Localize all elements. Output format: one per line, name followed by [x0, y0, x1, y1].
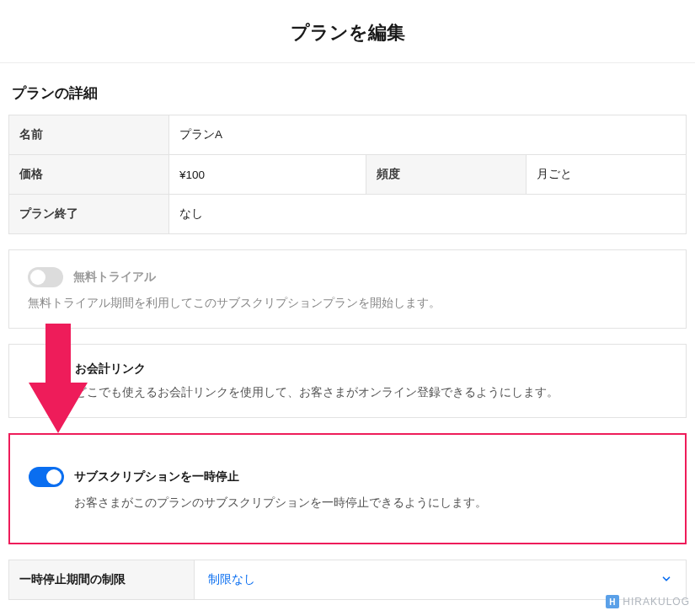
plan-end-value: なし: [169, 195, 687, 234]
toggle-knob: [46, 469, 61, 485]
pause-limit-value: 制限なし: [208, 572, 255, 587]
table-row: 価格 ¥100 頻度 月ごと: [9, 155, 687, 195]
frequency-value: 月ごと: [527, 155, 687, 195]
watermark: H HIRAKULOG: [606, 595, 690, 608]
section-heading-plan-details: プランの詳細: [8, 63, 687, 115]
pause-limit-select[interactable]: 制限なし: [195, 560, 686, 599]
checkout-link-title: お会計リンク: [75, 362, 146, 377]
free-trial-title: 無料トライアル: [73, 270, 156, 285]
free-trial-toggle[interactable]: [28, 267, 63, 287]
pause-subscription-toggle[interactable]: [29, 467, 64, 487]
pause-subscription-desc: お客さまがこのプランのサブスクリプションを一時停止できるようにします。: [74, 495, 666, 511]
watermark-icon: H: [606, 595, 619, 608]
plan-end-label: プラン終了: [9, 195, 169, 234]
name-value: プランA: [169, 115, 687, 155]
watermark-text: HIRAKULOG: [623, 596, 690, 608]
pause-limit-label: 一時停止期間の制限: [9, 560, 195, 599]
footer-note: お客さまは、サブスクリプションを無期限に一時停止することができます。: [8, 600, 687, 616]
free-trial-desc: 無料トライアル期間を利用してこのサブスクリプションプランを開始します。: [28, 296, 667, 311]
price-label: 価格: [9, 155, 169, 195]
name-label: 名前: [9, 115, 169, 155]
free-trial-card: 無料トライアル 無料トライアル期間を利用してこのサブスクリプションプランを開始し…: [8, 249, 687, 329]
table-row: 名前 プランA: [9, 115, 687, 155]
checkout-link-desc: どこでも使えるお会計リンクを使用して、お客さまがオンライン登録できるようにします…: [75, 385, 667, 400]
toggle-knob: [30, 270, 45, 285]
page-title: プランを編集: [0, 0, 695, 63]
table-row: プラン終了 なし: [9, 195, 687, 234]
checkout-link-card: お会計リンク どこでも使えるお会計リンクを使用して、お客さまがオンライン登録でき…: [8, 344, 687, 418]
pause-subscription-card: サブスクリプションを一時停止 お客さまがこのプランのサブスクリプションを一時停止…: [8, 433, 687, 544]
pause-subscription-title: サブスクリプションを一時停止: [74, 469, 239, 485]
frequency-label: 頻度: [366, 155, 527, 195]
chevron-down-icon: [660, 573, 672, 587]
pause-limit-row: 一時停止期間の制限 制限なし: [8, 560, 687, 600]
plan-details-table: 名前 プランA 価格 ¥100 頻度 月ごと プラン終了 なし: [8, 115, 687, 234]
price-value: ¥100: [169, 155, 366, 195]
